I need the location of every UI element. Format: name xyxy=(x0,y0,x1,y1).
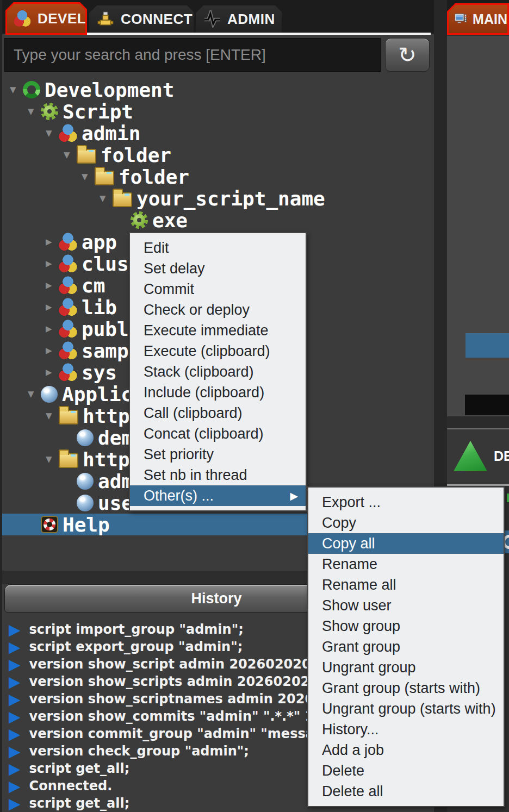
context-menu-item[interactable]: Execute (clipboard) xyxy=(130,341,306,361)
tab-admin[interactable]: ADMIN xyxy=(196,5,282,33)
submenu-item[interactable]: Ungrant group xyxy=(308,657,504,678)
context-menu-item-label: Edit xyxy=(144,238,169,258)
context-menu-item[interactable]: Commit xyxy=(130,279,306,299)
context-menu-item[interactable]: Check or deploy xyxy=(130,299,306,320)
expander-icon[interactable] xyxy=(46,128,59,138)
expander-icon[interactable] xyxy=(46,237,59,247)
context-menu-item-label: Call (clipboard) xyxy=(144,403,243,423)
history-item-text: version check_group "admin"; xyxy=(29,744,249,759)
submenu-item[interactable]: Rename all xyxy=(308,574,504,595)
submenu-item[interactable]: Grant group xyxy=(308,636,504,657)
expander-icon[interactable] xyxy=(46,346,59,355)
tree-item-label: Development xyxy=(45,79,174,101)
tree-item-icon xyxy=(59,233,77,251)
context-menu-item-label: Set nb in thread xyxy=(144,465,247,485)
expander-icon[interactable] xyxy=(82,172,95,182)
tree-item-label: lib xyxy=(82,296,117,318)
expander-icon[interactable] xyxy=(46,367,59,377)
context-menu-item[interactable]: Call (clipboard) xyxy=(130,403,306,423)
expander-icon[interactable] xyxy=(46,259,59,268)
submenu-item[interactable]: History... xyxy=(308,719,504,740)
context-menu: Edit Set delay Commit Check or deploy Ex… xyxy=(129,232,307,511)
tree-row[interactable]: folder xyxy=(2,144,434,166)
green-triangle-icon xyxy=(454,441,487,471)
context-menu-item[interactable]: Set delay xyxy=(130,258,306,279)
expander-icon[interactable] xyxy=(28,389,41,399)
tree-item-label: publ xyxy=(82,318,129,340)
submenu-item[interactable]: Export ... xyxy=(308,492,504,513)
submenu-item-label: Ungrant group xyxy=(322,657,416,678)
tree-item-icon xyxy=(77,473,94,490)
submenu-item-label: Grant group (starts with) xyxy=(322,678,480,698)
history-item-text: script import_group "admin"; xyxy=(29,622,244,637)
submenu-item-label: Add a job xyxy=(322,740,384,760)
expander-icon[interactable] xyxy=(46,302,59,312)
tree-row[interactable]: Script xyxy=(2,101,434,122)
expander-icon[interactable] xyxy=(46,454,59,464)
history-item-text: script get_all; xyxy=(29,796,130,811)
search-input[interactable] xyxy=(4,38,381,72)
history-item-text: Connected. xyxy=(29,778,113,794)
context-menu-item[interactable]: Other(s) ... xyxy=(130,485,306,506)
tab-main[interactable]: MAIN xyxy=(447,3,509,35)
tree-item-icon xyxy=(59,276,77,295)
submenu-item[interactable]: Add a job xyxy=(308,740,504,760)
tree-item-icon xyxy=(95,171,114,185)
expander-icon[interactable] xyxy=(46,280,59,290)
expander-icon[interactable] xyxy=(100,193,113,203)
submenu-item[interactable]: Grant group (starts with) xyxy=(308,678,504,698)
tab-devel[interactable]: DEVEL xyxy=(5,2,87,35)
tree-item-label: your_script_name xyxy=(136,188,325,210)
tree-row[interactable]: admin xyxy=(2,122,434,144)
dev-status-panel: DEV xyxy=(447,428,509,483)
submenu-item[interactable]: Delete all xyxy=(308,781,504,802)
tab-connect[interactable]: CONNECT xyxy=(89,5,194,33)
context-menu-item[interactable]: Execute immediate xyxy=(130,320,306,341)
pulse-wave-icon xyxy=(203,10,221,28)
tab-main-label: MAIN xyxy=(473,11,507,27)
submenu-item[interactable]: Show group xyxy=(308,616,504,636)
tree-item-icon xyxy=(77,149,96,164)
tree-item-icon xyxy=(23,81,40,98)
expander-icon[interactable] xyxy=(64,150,77,160)
submenu-item[interactable]: Delete xyxy=(308,760,504,781)
refresh-icon: ↻ xyxy=(398,44,417,66)
context-menu-item-label: Include (clipboard) xyxy=(144,382,264,403)
submenu-item-label: Copy all xyxy=(322,533,375,554)
history-item-text: script get_all; xyxy=(29,761,130,776)
tree-row[interactable]: folder xyxy=(2,166,434,188)
history-title: History xyxy=(191,590,241,607)
code-editor[interactable]: vers #adm scri #mem "Sc #adm xyxy=(447,36,509,416)
tree-row[interactable]: Development xyxy=(2,79,434,101)
refresh-button[interactable]: ↻ xyxy=(385,38,430,72)
submenu-item[interactable]: Copy xyxy=(308,513,504,533)
editor-horizontal-scrollbar[interactable] xyxy=(465,395,509,415)
tree-item-label: sys xyxy=(82,361,117,384)
tree-row[interactable]: your_script_name xyxy=(2,188,434,209)
tree-item-icon xyxy=(59,410,78,424)
context-menu-item-label: Commit xyxy=(144,279,194,299)
submenu-item[interactable]: Rename xyxy=(308,554,504,574)
submenu-item[interactable]: Show user xyxy=(308,595,504,616)
submenu-item[interactable]: Copy all xyxy=(308,533,504,554)
expander-icon[interactable] xyxy=(10,85,23,95)
tree-item-label: admin xyxy=(82,122,140,145)
connector-plug-icon xyxy=(97,10,114,28)
tree-item-label: Help xyxy=(63,514,110,536)
tree-item-label: samp xyxy=(82,340,129,362)
expander-icon[interactable] xyxy=(28,107,41,116)
context-menu-item[interactable]: Concat (clipboard) xyxy=(130,423,306,444)
context-menu-item[interactable]: Set priority xyxy=(130,444,306,465)
expander-icon[interactable] xyxy=(46,324,59,334)
tree-item-label: cm xyxy=(82,274,105,297)
history-item-text: version commit_group "admin" "message"; xyxy=(29,726,345,741)
submenu-item[interactable]: Ungrant group (starts with) xyxy=(308,698,504,719)
context-menu-item[interactable]: Edit xyxy=(130,238,306,258)
context-menu-item[interactable]: Set nb in thread xyxy=(130,465,306,485)
tree-row[interactable]: exe xyxy=(2,209,434,231)
submenu-item-label: Grant group xyxy=(322,636,400,657)
expander-icon[interactable] xyxy=(46,411,59,421)
submenu-item-label: Export ... xyxy=(322,492,381,513)
context-menu-item[interactable]: Stack (clipboard) xyxy=(130,361,306,382)
context-menu-item[interactable]: Include (clipboard) xyxy=(130,382,306,403)
